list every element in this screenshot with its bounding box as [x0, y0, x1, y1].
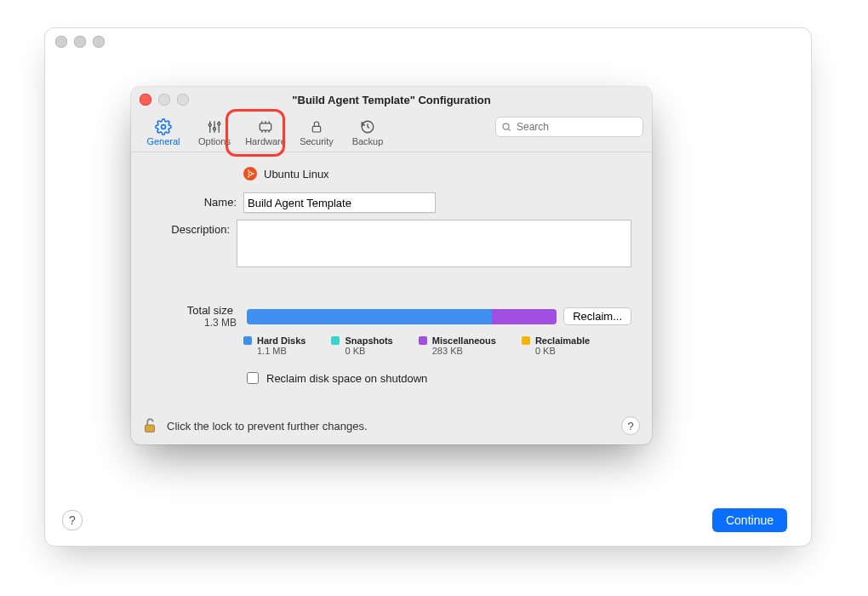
tab-hardware-label: Hardware — [245, 136, 286, 146]
legend-hard-disks: Hard Disks 1.1 MB — [243, 335, 306, 356]
popup-titlebar: "Build Agent Template" Configuration — [131, 87, 652, 112]
name-row: Name: — [151, 192, 631, 213]
reclaim-checkbox-label: Reclaim disk space on shutdown — [266, 372, 427, 385]
legend-reclaimable-value: 0 KB — [535, 346, 590, 356]
svg-point-22 — [248, 176, 249, 178]
legend-snapshots: Snapshots 0 KB — [331, 335, 392, 356]
legend-misc-label: Miscellaneous — [432, 335, 496, 346]
storage-legend: Hard Disks 1.1 MB Snapshots 0 KB Miscell… — [243, 335, 631, 356]
lock-text: Click the lock to prevent further change… — [167, 420, 368, 433]
bar-hard-disks — [247, 309, 492, 324]
outer-footer: ? Continue — [45, 495, 811, 546]
unlock-icon — [140, 415, 160, 436]
svg-rect-14 — [312, 126, 320, 132]
description-row: Description: — [151, 220, 631, 270]
ubuntu-icon — [243, 167, 257, 181]
svg-point-20 — [253, 173, 254, 175]
lock-icon — [310, 118, 323, 135]
tab-options-label: Options — [198, 136, 231, 146]
description-label: Description: — [151, 220, 237, 236]
tab-security-label: Security — [300, 136, 334, 146]
swatch-misc — [419, 336, 427, 345]
tab-general-label: General — [146, 136, 180, 146]
swatch-hard-disks — [243, 336, 252, 345]
svg-point-6 — [218, 122, 220, 124]
svg-point-0 — [162, 124, 166, 129]
legend-reclaimable: Reclaimable 0 KB — [522, 335, 590, 356]
popup-footer: Click the lock to prevent further change… — [131, 407, 652, 444]
sliders-icon — [207, 118, 222, 135]
total-size-value: 1.3 MB — [151, 317, 237, 329]
legend-hard-disks-label: Hard Disks — [257, 335, 306, 346]
legend-snapshots-label: Snapshots — [345, 335, 392, 346]
svg-rect-23 — [146, 425, 155, 432]
svg-line-17 — [508, 129, 510, 130]
tab-security[interactable]: Security — [293, 114, 340, 150]
search-input[interactable] — [515, 120, 646, 134]
description-input[interactable] — [237, 220, 631, 267]
bar-miscellaneous — [492, 309, 557, 324]
search-box[interactable] — [495, 117, 643, 137]
reclaim-button[interactable]: Reclaim... — [563, 307, 631, 325]
svg-point-4 — [208, 123, 211, 126]
gear-icon — [155, 118, 172, 135]
svg-point-5 — [214, 127, 216, 129]
legend-reclaimable-label: Reclaimable — [535, 335, 590, 346]
storage-row: Total size 1.3 MB Reclaim... — [151, 304, 631, 329]
popup-body: Ubuntu Linux Name: Description: Total si… — [131, 152, 652, 407]
svg-point-21 — [248, 170, 249, 172]
tab-hardware[interactable]: Hardware — [242, 114, 289, 150]
outer-titlebar — [45, 28, 811, 55]
backup-icon — [360, 118, 375, 135]
reclaim-checkbox[interactable] — [247, 372, 259, 384]
tab-general[interactable]: General — [140, 114, 187, 150]
os-row: Ubuntu Linux — [243, 167, 631, 181]
traffic-zoom-icon[interactable] — [93, 36, 105, 48]
tab-backup-label: Backup — [352, 136, 384, 146]
total-size-label: Total size — [151, 304, 237, 317]
legend-hard-disks-value: 1.1 MB — [257, 346, 306, 356]
configuration-popup: "Build Agent Template" Configuration Gen… — [131, 87, 652, 444]
chip-icon — [257, 118, 274, 135]
reclaim-checkbox-row: Reclaim disk space on shutdown — [243, 370, 631, 387]
continue-button[interactable]: Continue — [712, 508, 787, 532]
os-name: Ubuntu Linux — [264, 168, 329, 181]
help-icon: ? — [627, 420, 633, 433]
help-icon: ? — [69, 513, 76, 527]
popup-title: "Build Agent Template" Configuration — [131, 94, 652, 106]
storage-section: Total size 1.3 MB Reclaim... Hard Disks … — [151, 304, 631, 387]
lock-group[interactable]: Click the lock to prevent further change… — [140, 415, 368, 436]
name-input[interactable] — [243, 192, 436, 213]
outer-traffic-lights[interactable] — [55, 36, 105, 48]
legend-snapshots-value: 0 KB — [345, 346, 392, 356]
swatch-reclaimable — [522, 336, 530, 345]
traffic-minimize-icon[interactable] — [74, 36, 86, 48]
tab-backup[interactable]: Backup — [344, 114, 391, 150]
popup-toolbar: General Options Hardware — [131, 112, 652, 152]
svg-point-16 — [503, 123, 509, 129]
name-label: Name: — [151, 192, 243, 209]
svg-rect-7 — [260, 123, 271, 129]
legend-misc-value: 283 KB — [432, 346, 496, 356]
tab-options[interactable]: Options — [191, 114, 238, 150]
storage-bar — [247, 309, 557, 324]
traffic-close-icon[interactable] — [55, 36, 67, 48]
swatch-snapshots — [331, 336, 340, 345]
help-button[interactable]: ? — [62, 510, 83, 530]
popup-help-button[interactable]: ? — [621, 416, 640, 435]
search-icon — [501, 122, 511, 132]
legend-misc: Miscellaneous 283 KB — [419, 335, 496, 356]
